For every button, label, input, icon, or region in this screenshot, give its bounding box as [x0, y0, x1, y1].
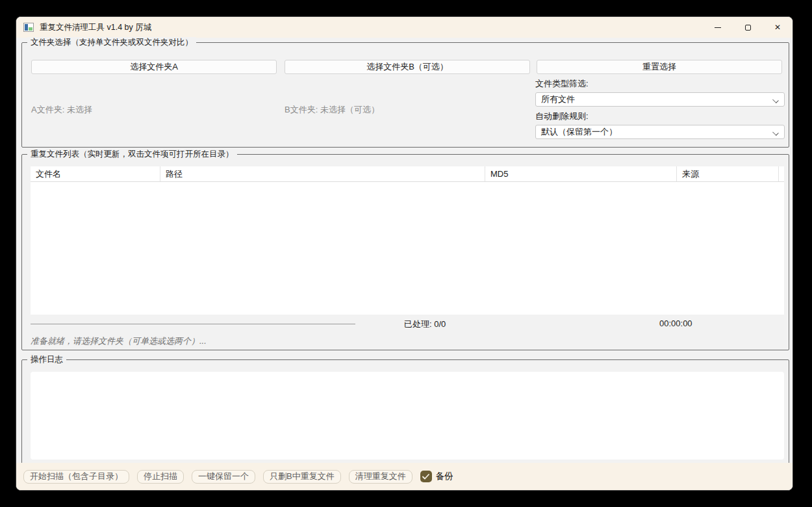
auto-delete-rule-label: 自动删除规则:: [535, 110, 589, 122]
scrollbar-strip[interactable]: [779, 166, 784, 181]
operation-log-legend: 操作日志: [27, 354, 66, 365]
backup-checkbox[interactable]: [420, 471, 432, 482]
log-textarea[interactable]: [31, 372, 784, 460]
folder-selection-group: 文件夹选择（支持单文件夹或双文件夹对比） 选择文件夹A 选择文件夹B（可选） 重…: [21, 42, 789, 148]
start-scan-button[interactable]: 开始扫描（包含子目录）: [23, 470, 129, 484]
keep-one-button[interactable]: 一键保留一个: [192, 470, 255, 484]
column-header-path[interactable]: 路径: [160, 166, 485, 181]
duplicate-file-table[interactable]: 文件名 路径 MD5 来源: [31, 166, 784, 315]
app-window: 重复文件清理工具 v1.4 by 厉城 ✕ 文件夹选择（支持单文件夹或双文件夹对…: [16, 16, 793, 491]
window-title: 重复文件清理工具 v1.4 by 厉城: [40, 22, 151, 33]
select-folder-a-button[interactable]: 选择文件夹A: [31, 60, 277, 74]
title-bar: 重复文件清理工具 v1.4 by 厉城 ✕: [16, 17, 793, 38]
duplicate-list-legend: 重复文件列表（实时更新，双击文件项可打开所在目录）: [27, 149, 237, 160]
maximize-icon: [745, 25, 751, 31]
window-controls: ✕: [703, 17, 793, 38]
app-icon: [23, 23, 34, 32]
folder-a-status: A文件夹: 未选择: [31, 104, 92, 116]
progress-bar: [31, 324, 355, 324]
chevron-down-icon: [772, 129, 779, 135]
folder-selection-legend: 文件夹选择（支持单文件夹或双文件夹对比）: [27, 37, 196, 48]
close-icon: ✕: [774, 23, 781, 31]
clean-duplicates-button[interactable]: 清理重复文件: [349, 470, 412, 484]
file-type-filter-value: 所有文件: [541, 94, 575, 105]
backup-checkbox-group[interactable]: 备份: [420, 471, 453, 482]
table-header-row: 文件名 路径 MD5 来源: [31, 166, 784, 182]
chevron-down-icon: [772, 96, 779, 103]
column-header-source[interactable]: 来源: [677, 166, 779, 181]
action-bar: 开始扫描（包含子目录） 停止扫描 一键保留一个 只删B中重复文件 清理重复文件 …: [16, 463, 793, 490]
select-folder-b-button[interactable]: 选择文件夹B（可选）: [285, 60, 530, 74]
maximize-button[interactable]: [733, 17, 763, 38]
operation-log-group: 操作日志: [21, 359, 789, 464]
column-header-filename[interactable]: 文件名: [31, 166, 160, 181]
check-icon: [422, 474, 429, 480]
auto-delete-rule-value: 默认（保留第一个）: [541, 126, 617, 138]
stop-scan-button[interactable]: 停止扫描: [137, 470, 184, 484]
processed-count: 已处理: 0/0: [404, 318, 446, 330]
folder-b-status: B文件夹: 未选择（可选）: [285, 104, 379, 116]
duplicate-list-group: 重复文件列表（实时更新，双击文件项可打开所在目录） 文件名 路径 MD5 来源 …: [21, 154, 789, 350]
file-type-filter-label: 文件类型筛选:: [535, 78, 589, 90]
file-type-filter-select[interactable]: 所有文件: [535, 92, 785, 107]
status-message: 准备就绪，请选择文件夹（可单选或选两个）...: [31, 335, 207, 347]
delete-b-duplicates-button[interactable]: 只删B中重复文件: [263, 470, 341, 484]
close-button[interactable]: ✕: [763, 17, 793, 38]
elapsed-timer: 00:00:00: [659, 318, 692, 328]
auto-delete-rule-select[interactable]: 默认（保留第一个）: [535, 125, 785, 139]
reset-selection-button[interactable]: 重置选择: [537, 60, 782, 74]
minimize-button[interactable]: [703, 17, 733, 38]
backup-label: 备份: [436, 471, 453, 482]
minimize-icon: [715, 27, 721, 28]
column-header-md5[interactable]: MD5: [485, 166, 677, 181]
